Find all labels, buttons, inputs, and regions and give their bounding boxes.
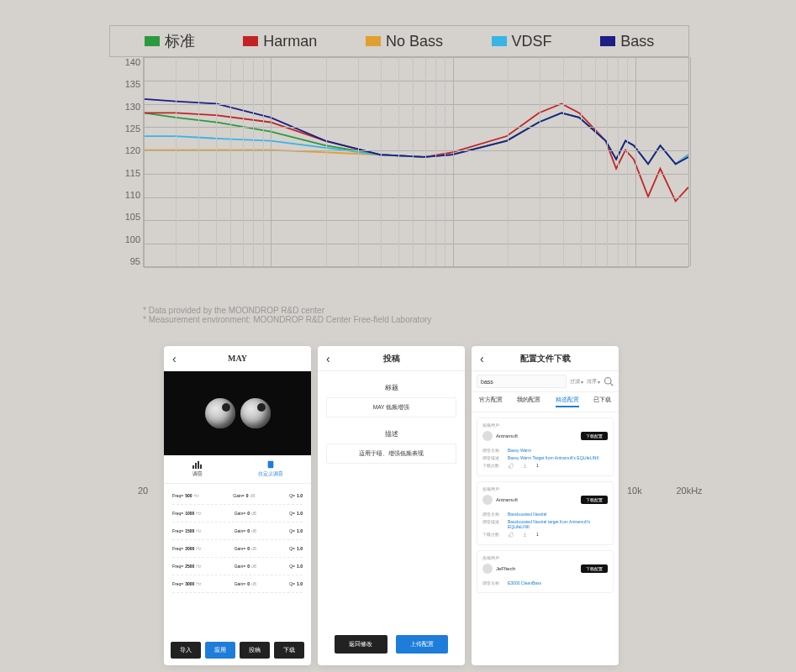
legend-item: Harman xyxy=(243,31,317,51)
config-list: 投稿用户Antramuft下载配置调音名称Bassy Warm调音描述Bassy… xyxy=(472,412,619,665)
import-button[interactable]: 导入 xyxy=(171,642,201,659)
chevron-down-icon: ▾ xyxy=(598,379,600,385)
title-input[interactable]: MAY 低频增强 xyxy=(326,397,456,417)
card-user-row: Antramuft下载配置 xyxy=(482,431,608,441)
legend-swatch xyxy=(600,36,615,46)
legend-item: Bass xyxy=(600,31,654,51)
page-title: 配置文件下载 xyxy=(472,353,619,365)
chart-footnotes: * Data provided by the MOONDROP R&D cent… xyxy=(143,306,689,324)
q-cell: Q= 1.0 xyxy=(289,511,303,516)
thumbs-up-icon xyxy=(508,463,514,469)
y-tick: 120 xyxy=(110,145,140,155)
avatar xyxy=(482,564,493,574)
eq-band-row[interactable]: Freq= 1000 HzGain= 0 dBQ= 1.0 xyxy=(172,505,303,522)
card-user-row: Antramuft下载配置 xyxy=(482,495,608,505)
download-config-button[interactable]: 下载配置 xyxy=(581,496,608,504)
download-config-button[interactable]: 下载配置 xyxy=(581,564,608,573)
x-tick: 10k xyxy=(627,486,642,496)
y-axis-ticks: 14013513012512011511010510095 xyxy=(110,57,144,266)
product-hero-image xyxy=(164,371,311,455)
freq-cell: Freq= 1500 Hz xyxy=(172,528,201,533)
config-card: 投稿用户Antramuft下载配置调音名称Bassy Warm调音描述Bassy… xyxy=(477,417,614,476)
tab-custom-tuning[interactable]: 自定义调音 xyxy=(258,460,283,478)
y-tick: 95 xyxy=(110,256,140,266)
earbud-left-icon xyxy=(205,398,235,428)
frequency-response-chart: 标准HarmanNo BassVDSFBass 1401351301251201… xyxy=(109,25,689,328)
sort-dropdown[interactable]: 排序▾ xyxy=(587,378,600,386)
config-card: 投稿用户Antramuft下载配置调音名称Bassboosted Neutral… xyxy=(477,481,614,545)
x-tick: 20kHz xyxy=(676,486,702,496)
q-cell: Q= 1.0 xyxy=(289,528,303,533)
freq-cell: Freq= 1000 Hz xyxy=(172,511,201,516)
svg-rect-2 xyxy=(198,461,199,469)
subtab-featured[interactable]: 精选配置 xyxy=(556,396,579,407)
config-desc-field: 调音描述Bassy Warm Target from Antramuft's E… xyxy=(482,455,608,460)
eq-band-row[interactable]: Freq= 2500 HzGain= 0 dBQ= 1.0 xyxy=(172,558,303,575)
legend-label: No Bass xyxy=(386,33,443,50)
config-subtabs: 官方配置 我的配置 精选配置 已下载 xyxy=(472,392,619,412)
upload-button[interactable]: 上传配置 xyxy=(396,635,449,654)
download-button[interactable]: 下载 xyxy=(274,642,304,659)
subtab-mine[interactable]: 我的配置 xyxy=(517,396,540,407)
eq-band-row[interactable]: Freq= 1500 HzGain= 0 dBQ= 1.0 xyxy=(172,522,303,540)
equalizer-icon xyxy=(192,460,203,469)
subtab-downloaded[interactable]: 已下载 xyxy=(593,396,611,407)
download-count-field: 下载次数1 xyxy=(482,532,608,538)
search-bar: bass 过滤▾ 排序▾ xyxy=(472,371,619,392)
svg-rect-3 xyxy=(200,465,202,469)
avatar xyxy=(482,495,493,505)
search-icon[interactable] xyxy=(604,376,614,386)
desc-input[interactable]: 适用于嘻、增强低频表现 xyxy=(326,444,456,464)
chart-note: * Measurement environment: MOONDROP R&D … xyxy=(143,315,689,324)
svg-rect-0 xyxy=(192,465,194,469)
eq-band-row[interactable]: Freq= 2000 HzGain= 0 dBQ= 1.0 xyxy=(172,540,303,558)
phone-config-store: ‹ 配置文件下载 bass 过滤▾ 排序▾ 官方配置 我的配置 精选配置 已下 xyxy=(472,346,619,665)
y-tick: 110 xyxy=(110,190,140,200)
eq-tabs: 调音 自定义调音 xyxy=(164,455,311,484)
avatar xyxy=(482,431,493,441)
desc-field-label: 描述 xyxy=(318,429,465,438)
page-title: MAY xyxy=(164,354,311,363)
title-field-label: 标题 xyxy=(318,383,465,392)
config-name-field: 调音名称Bassy Warm xyxy=(482,448,608,453)
svg-rect-4 xyxy=(268,461,274,468)
eq-band-row[interactable]: Freq= 500 HzGain= 0 dBQ= 1.0 xyxy=(172,487,303,505)
q-cell: Q= 1.0 xyxy=(289,564,303,569)
phone-header: ‹ MAY xyxy=(164,346,311,371)
y-tick: 100 xyxy=(110,234,140,244)
y-tick: 140 xyxy=(110,57,140,67)
document-icon xyxy=(265,460,277,469)
config-desc-field: 调音描述Bassboosted Neutral target from Antr… xyxy=(482,519,608,529)
legend-label: Harman xyxy=(263,33,317,50)
q-cell: Q= 1.0 xyxy=(289,546,303,551)
eq-bands-list: Freq= 500 HzGain= 0 dBQ= 1.0Freq= 1000 H… xyxy=(164,484,311,637)
y-tick: 130 xyxy=(110,102,140,112)
filter-dropdown[interactable]: 过滤▾ xyxy=(570,378,583,386)
legend-label: 标准 xyxy=(165,31,195,51)
phone-header: ‹ 投稿 xyxy=(318,346,465,371)
gain-cell: Gain= 0 dB xyxy=(233,493,255,498)
legend-item: 标准 xyxy=(145,31,195,51)
legend-item: No Bass xyxy=(366,31,443,51)
search-input[interactable]: bass xyxy=(477,375,567,388)
tab-tuning[interactable]: 调音 xyxy=(192,460,203,478)
freq-cell: Freq= 2000 Hz xyxy=(172,546,201,551)
submit-button[interactable]: 投稿 xyxy=(240,642,270,659)
freq-cell: Freq= 2500 Hz xyxy=(172,564,201,569)
config-card: 投稿用户JeFftech下载配置调音名称E3000 CleanBass xyxy=(477,550,614,593)
legend-swatch xyxy=(145,36,160,46)
download-config-button[interactable]: 下载配置 xyxy=(581,432,608,440)
svg-line-6 xyxy=(610,383,613,386)
download-count-field: 下载次数1 xyxy=(482,463,608,469)
svg-rect-1 xyxy=(195,463,197,469)
gain-cell: Gain= 0 dB xyxy=(235,546,256,551)
back-edit-button[interactable]: 返回修改 xyxy=(335,635,387,654)
subtab-official[interactable]: 官方配置 xyxy=(479,396,503,407)
legend-label: Bass xyxy=(620,33,654,50)
legend-swatch xyxy=(492,36,507,46)
freq-cell: Freq= 3000 Hz xyxy=(172,581,201,586)
card-header-label: 投稿用户 xyxy=(482,555,608,560)
download-icon xyxy=(522,463,528,469)
eq-band-row[interactable]: Freq= 3000 HzGain= 0 dBQ= 1.0 xyxy=(172,575,303,593)
apply-button[interactable]: 应用 xyxy=(205,642,235,659)
